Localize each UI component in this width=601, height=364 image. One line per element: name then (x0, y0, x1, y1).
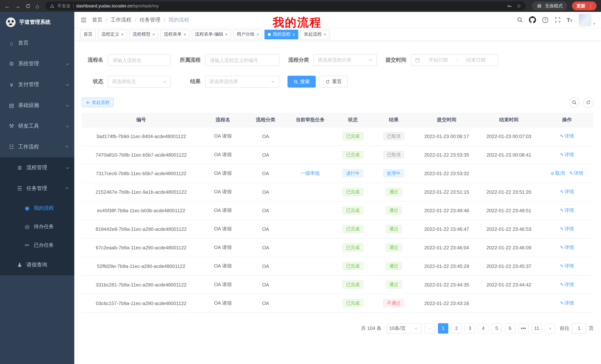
chevron-up-icon (65, 187, 69, 190)
close-icon[interactable]: × (256, 32, 259, 37)
sidebar-item-infrastructure[interactable]: ▤ 基础设施 (0, 95, 74, 116)
detail-link[interactable]: ✎详情 (560, 189, 574, 194)
chevron-down-icon (368, 58, 372, 62)
sidebar-item-my-process[interactable]: ◉ 我的流程 (0, 199, 74, 217)
page-button-5[interactable]: 5 (491, 323, 502, 333)
table-row: 52ffd28e-7b9a-11ec-a290-acde48001122 OA … (82, 257, 594, 275)
tab-start-process[interactable]: 发起流程× (300, 29, 330, 39)
forward-icon[interactable]: → (15, 3, 20, 9)
tab-process-definition[interactable]: 流程定义× (98, 29, 127, 39)
result-select[interactable]: 请选择流结果 (205, 76, 279, 87)
svg-text:?: ? (544, 18, 546, 22)
top-navbar: 首页 / 工作流程 / 任务管理 / 我的流程 ? (74, 12, 601, 28)
detail-link[interactable]: ✎详情 (569, 170, 583, 176)
sidebar-item-system[interactable]: ⚙ 系统管理 (0, 53, 74, 74)
process-name-input[interactable] (108, 54, 171, 66)
cell-submit-time: 2022-01-23 00:06:17 (416, 127, 477, 145)
sidebar-item-payment[interactable]: ¥ 支付管理 (0, 74, 74, 95)
page-button-3[interactable]: 3 (465, 323, 475, 333)
close-icon[interactable]: × (121, 32, 124, 37)
cancel-link[interactable]: ⊘取消 (551, 170, 565, 176)
refresh-table-button[interactable] (583, 97, 594, 108)
incognito-label: 无痕模式 (545, 3, 563, 9)
user-menu[interactable]: ▾ (579, 14, 595, 26)
detail-link[interactable]: ✎详情 (560, 226, 574, 231)
page-button-2[interactable]: 2 (451, 323, 462, 333)
tab-home[interactable]: 首页 (80, 29, 96, 39)
close-icon[interactable]: × (183, 32, 186, 37)
cell-status: 已完成 (334, 294, 371, 312)
cell-result: 通过 (371, 275, 416, 294)
browser-menu-dots-icon[interactable]: ⋮ (587, 3, 594, 9)
breadcrumb-task-mgmt[interactable]: 任务管理 (140, 17, 160, 23)
prev-page-button[interactable]: ‹ (425, 323, 435, 333)
close-icon[interactable]: × (225, 32, 228, 37)
edit-icon: ✎ (560, 226, 564, 231)
reset-button[interactable]: 重置 (320, 76, 348, 87)
breadcrumb-workflow[interactable]: 工作流程 (111, 17, 131, 23)
tools-icon: ⚒ (8, 123, 15, 130)
more-pages-button[interactable]: ••• (518, 323, 529, 333)
close-icon[interactable]: × (323, 32, 326, 37)
detail-link[interactable]: ✎详情 (560, 263, 574, 269)
jump-page-input[interactable] (572, 323, 587, 333)
process-definition-input[interactable] (205, 54, 279, 66)
cell-name: OA 请假 (200, 182, 245, 201)
page-size-select[interactable]: 10条/页 (386, 323, 421, 333)
incognito-icon (536, 3, 542, 9)
detail-link[interactable]: ✎详情 (560, 300, 574, 306)
page-button-6[interactable]: 6 (505, 323, 515, 333)
cell-id: 331bc281-7b9a-11ec-a290-acde48001122 (82, 275, 200, 294)
font-size-icon[interactable]: TT (567, 17, 572, 23)
search-icon[interactable] (517, 17, 523, 23)
detail-link[interactable]: ✎详情 (560, 282, 574, 287)
sidebar-item-workflow[interactable]: ☷ 工作流程 (0, 136, 74, 157)
page-button-1[interactable]: 1 (438, 323, 448, 333)
sidebar-item-leave-query[interactable]: ♟ 请假查询 (0, 255, 74, 275)
page-button-4[interactable]: 4 (478, 323, 489, 333)
sidebar-item-todo-tasks[interactable]: ◎ 待办任务 (0, 217, 74, 236)
tab-process-form-edit[interactable]: 流程表单-编辑× (192, 29, 231, 39)
category-select[interactable]: 请选择流程分类 (313, 54, 377, 66)
github-icon[interactable] (529, 16, 536, 23)
sidebar-item-home[interactable]: ⌂ 首页 (0, 33, 74, 53)
detail-link[interactable]: ✎详情 (560, 133, 574, 139)
close-icon[interactable]: × (292, 32, 295, 37)
tab-process-form[interactable]: 流程表单× (160, 29, 190, 39)
detail-link[interactable]: ✎详情 (560, 207, 574, 213)
tab-process-model[interactable]: 流程模型× (129, 29, 158, 39)
browser-home-icon[interactable]: ⌂ (36, 3, 39, 9)
tab-my-process[interactable]: 我的流程× (264, 29, 298, 39)
bookmark-star-icon[interactable]: ☆ (517, 3, 521, 9)
help-icon[interactable]: ? (542, 17, 549, 23)
edit-icon: ✎ (560, 301, 564, 306)
search-button[interactable]: 搜索 (288, 76, 316, 87)
cell-status: 已完成 (334, 238, 371, 257)
status-badge: 已完成 (342, 151, 363, 159)
hamburger-icon[interactable] (80, 17, 87, 23)
reload-icon[interactable] (25, 3, 31, 9)
breadcrumb-home[interactable]: 首页 (92, 17, 102, 23)
next-page-button[interactable]: › (545, 323, 555, 333)
start-process-button[interactable]: 发起流程 (82, 98, 114, 107)
sidebar-item-done-tasks[interactable]: ✂ 已办任务 (0, 236, 74, 255)
sidebar-item-process-mgmt[interactable]: ≣ 流程管理 (0, 157, 74, 178)
detail-link[interactable]: ✎详情 (560, 152, 574, 157)
sidebar-item-task-mgmt[interactable]: ☰ 任务管理 (0, 178, 74, 199)
page-button-11[interactable]: 11 (531, 323, 542, 333)
update-button[interactable]: 更新 ⋮ (572, 1, 597, 10)
close-icon[interactable]: × (152, 32, 155, 37)
fullscreen-icon[interactable] (555, 17, 561, 23)
status-select[interactable]: 请选择状态 (108, 76, 171, 87)
detail-link[interactable]: ✎详情 (560, 245, 574, 250)
back-icon[interactable]: ← (4, 3, 10, 9)
key-icon[interactable] (507, 3, 512, 9)
address-bar[interactable]: 不安全 dashboard.yudao.iocoder.cn/bpm/task/… (45, 1, 526, 10)
sidebar-item-devtools[interactable]: ⚒ 研发工具 (0, 116, 74, 136)
submit-time-range-picker[interactable]: 开始日期 - 结束日期 (411, 54, 498, 66)
avatar[interactable] (579, 14, 591, 26)
col-submit-time: 提交时间 (416, 113, 477, 127)
tab-user-group[interactable]: 用户分组× (233, 29, 262, 39)
current-task-link[interactable]: 一级审批 (300, 170, 320, 176)
toggle-search-button[interactable] (569, 97, 580, 108)
